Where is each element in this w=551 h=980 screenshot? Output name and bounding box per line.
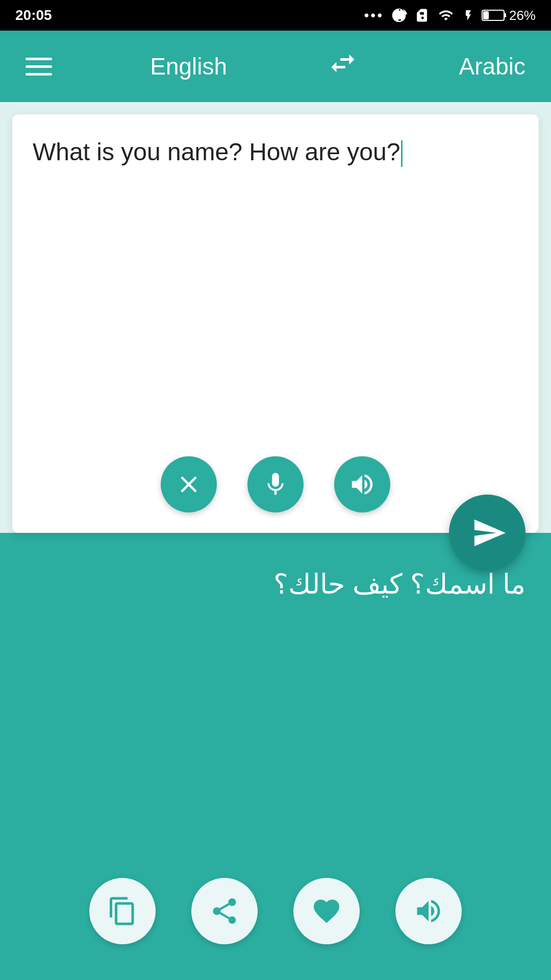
speaker-source-icon (348, 471, 376, 498)
dots-icon: ••• (364, 7, 384, 23)
copy-button[interactable] (89, 878, 156, 944)
status-time: 20:05 (15, 7, 52, 23)
translate-button[interactable] (449, 495, 525, 571)
text-cursor (401, 140, 403, 167)
share-button[interactable] (191, 878, 258, 944)
sim-icon (414, 8, 430, 23)
charge-icon (462, 8, 474, 23)
clear-icon (175, 471, 203, 498)
menu-button[interactable] (26, 58, 52, 76)
svg-rect-2 (483, 11, 489, 19)
send-icon (471, 515, 507, 551)
microphone-icon (262, 471, 289, 498)
source-text-content: What is you name? How are you? (33, 138, 400, 165)
copy-icon (107, 896, 138, 926)
source-text-area[interactable]: What is you name? How are you? (33, 135, 518, 446)
speak-source-button[interactable] (334, 456, 390, 512)
translated-text: ما اسمك؟ كيف حالك؟ (26, 564, 525, 605)
source-action-buttons (33, 446, 518, 518)
favorite-button[interactable] (293, 878, 360, 944)
signal-icon (437, 8, 455, 23)
battery-level: 26% (482, 8, 536, 23)
source-panel: What is you name? How are you? (12, 114, 539, 533)
toolbar: English Arabic (0, 31, 551, 102)
translation-panel: ما اسمك؟ كيف حالك؟ (0, 533, 551, 980)
speaker-translation-icon (413, 896, 444, 926)
speak-translation-button[interactable] (395, 878, 462, 944)
main-content: What is you name? How are you? (0, 102, 551, 980)
alarm-icon (391, 7, 407, 23)
translation-action-buttons (26, 878, 525, 954)
favorite-icon (311, 896, 342, 926)
source-language-label[interactable]: English (150, 53, 227, 80)
status-bar: 20:05 ••• 26% (0, 0, 551, 31)
svg-rect-1 (504, 13, 506, 17)
target-language-label[interactable]: Arabic (459, 53, 525, 80)
battery-percent: 26% (509, 8, 536, 23)
battery-icon (482, 9, 507, 22)
microphone-button[interactable] (247, 456, 304, 512)
status-icons: ••• 26% (364, 7, 536, 23)
swap-languages-button[interactable] (325, 48, 361, 85)
share-icon (209, 896, 240, 926)
clear-button[interactable] (161, 456, 217, 512)
